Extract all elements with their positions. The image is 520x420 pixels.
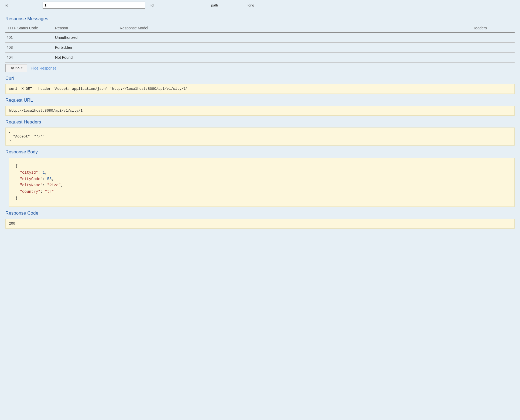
response-code-block: 200: [5, 219, 515, 229]
param-value-input[interactable]: [43, 2, 145, 9]
status-code-cell: 401: [5, 33, 54, 43]
table-row: 401Unauthorized: [5, 33, 515, 43]
parameter-row: id id path long: [5, 0, 515, 12]
response-body-heading: Response Body: [5, 149, 515, 155]
response-body-block: { "cityId": 1, "cityCode": 53, "cityName…: [9, 158, 515, 207]
col-reason: Reason: [54, 24, 119, 33]
request-headers-heading: Request Headers: [5, 119, 515, 125]
request-headers-block: { "Accept": "*/*" }: [5, 128, 515, 146]
reason-cell: Unauthorized: [54, 33, 119, 43]
model-cell: [119, 53, 471, 63]
status-code-cell: 404: [5, 53, 54, 63]
param-name: id: [5, 3, 43, 7]
model-cell: [119, 33, 471, 43]
table-row: 404Not Found: [5, 53, 515, 63]
curl-heading: Curl: [5, 76, 515, 81]
headers-cell: [471, 43, 515, 53]
request-url-heading: Request URL: [5, 98, 515, 103]
response-messages-heading: Response Messages: [5, 16, 515, 22]
try-it-out-button[interactable]: Try it out!: [5, 64, 27, 72]
status-code-cell: 403: [5, 43, 54, 53]
col-model: Response Model: [119, 24, 471, 33]
param-type: path: [211, 3, 248, 7]
param-description: id: [145, 3, 211, 7]
headers-cell: [471, 53, 515, 63]
hide-response-link[interactable]: Hide Response: [31, 66, 57, 70]
action-row: Try it out! Hide Response: [5, 64, 515, 72]
curl-command-block: curl -X GET --header 'Accept: applicatio…: [5, 84, 515, 94]
table-row: 403Forbidden: [5, 43, 515, 53]
col-status-code: HTTP Status Code: [5, 24, 54, 33]
col-headers: Headers: [471, 24, 515, 33]
reason-cell: Forbidden: [54, 43, 119, 53]
headers-cell: [471, 33, 515, 43]
response-code-heading: Response Code: [5, 211, 515, 216]
reason-cell: Not Found: [54, 53, 119, 63]
request-url-block: http://localhost:8080/api/v1/city/1: [5, 106, 515, 116]
model-cell: [119, 43, 471, 53]
response-messages-table: HTTP Status Code Reason Response Model H…: [5, 24, 515, 63]
param-datatype: long: [248, 3, 254, 7]
